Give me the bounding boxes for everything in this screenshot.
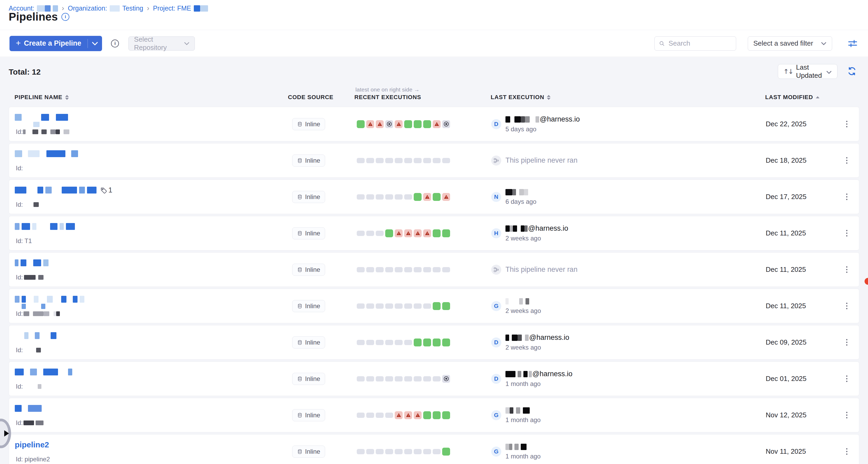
execution-empty-slot[interactable] [395, 449, 403, 454]
execution-empty-slot[interactable] [433, 267, 441, 272]
execution-empty-slot[interactable] [385, 267, 393, 272]
row-menu-button[interactable] [843, 191, 850, 203]
execution-success-icon[interactable] [414, 120, 422, 128]
execution-empty-slot[interactable] [376, 158, 384, 163]
column-header-last-execution[interactable]: LAST EXECUTION [491, 94, 551, 101]
execution-success-icon[interactable] [423, 411, 431, 419]
execution-empty-slot[interactable] [366, 231, 374, 236]
pipeline-row[interactable]: Id: Inline G 1 month ago [9, 398, 859, 432]
execution-empty-slot[interactable] [395, 267, 403, 272]
breadcrumb-project-link[interactable]: Project: FME [153, 4, 191, 12]
saved-filter-dropdown[interactable]: Select a saved filter [748, 36, 832, 51]
pipeline-row[interactable]: Id: T1 Inline H @harness.io 2 weeks ago [9, 216, 859, 250]
pipeline-row[interactable]: pipeline2 Id: pipeline2 Inline G 1 month… [9, 434, 859, 464]
execution-empty-slot[interactable] [376, 194, 384, 199]
execution-failed-icon[interactable] [423, 193, 431, 201]
execution-empty-slot[interactable] [414, 304, 422, 309]
execution-success-icon[interactable] [433, 339, 441, 346]
execution-empty-slot[interactable] [423, 267, 431, 272]
execution-empty-slot[interactable] [366, 304, 374, 309]
execution-failed-icon[interactable] [366, 120, 374, 128]
execution-empty-slot[interactable] [357, 449, 365, 454]
pipeline-row[interactable]: Id: Inline [9, 143, 859, 178]
pipeline-row[interactable]: Id: Inline D @harness.io 5 days ago [9, 107, 859, 141]
execution-empty-slot[interactable] [423, 449, 431, 454]
execution-empty-slot[interactable] [433, 376, 441, 381]
execution-aborted-icon[interactable] [442, 120, 450, 128]
execution-success-icon[interactable] [433, 411, 441, 419]
create-pipeline-caret-button[interactable] [88, 36, 102, 51]
execution-success-icon[interactable] [433, 229, 441, 237]
column-header-last-modified[interactable]: LAST MODIFIED [765, 94, 819, 101]
execution-empty-slot[interactable] [357, 376, 365, 381]
execution-empty-slot[interactable] [395, 194, 403, 199]
execution-empty-slot[interactable] [357, 267, 365, 272]
execution-empty-slot[interactable] [357, 304, 365, 309]
execution-empty-slot[interactable] [404, 304, 412, 309]
execution-success-icon[interactable] [442, 229, 450, 237]
execution-success-icon[interactable] [433, 193, 441, 201]
row-menu-button[interactable] [843, 227, 850, 239]
row-menu-button[interactable] [843, 409, 850, 421]
execution-failed-icon[interactable] [423, 229, 431, 237]
pipeline-row[interactable]: 1 Id: Inline N 6 days ago [9, 180, 859, 214]
execution-success-icon[interactable] [442, 302, 450, 310]
execution-empty-slot[interactable] [357, 231, 365, 236]
execution-empty-slot[interactable] [385, 449, 393, 454]
execution-empty-slot[interactable] [414, 449, 422, 454]
row-menu-button[interactable] [843, 300, 850, 312]
execution-empty-slot[interactable] [404, 340, 412, 345]
execution-empty-slot[interactable] [404, 194, 412, 199]
execution-failed-icon[interactable] [395, 229, 403, 237]
execution-empty-slot[interactable] [366, 340, 374, 345]
execution-empty-slot[interactable] [395, 158, 403, 163]
execution-success-icon[interactable] [433, 302, 441, 310]
execution-empty-slot[interactable] [423, 158, 431, 163]
execution-success-icon[interactable] [414, 339, 422, 346]
execution-empty-slot[interactable] [414, 376, 422, 381]
execution-empty-slot[interactable] [433, 158, 441, 163]
search-input[interactable] [668, 39, 732, 48]
create-info-icon[interactable]: i [111, 39, 119, 48]
execution-empty-slot[interactable] [366, 412, 374, 418]
execution-empty-slot[interactable] [366, 376, 374, 381]
execution-empty-slot[interactable] [357, 340, 365, 345]
execution-empty-slot[interactable] [414, 267, 422, 272]
row-menu-button[interactable] [843, 373, 850, 385]
execution-failed-icon[interactable] [433, 120, 441, 128]
row-menu-button[interactable] [843, 154, 850, 166]
row-menu-button[interactable] [843, 445, 850, 457]
page-info-icon[interactable]: i [61, 13, 69, 21]
execution-empty-slot[interactable] [395, 340, 403, 345]
execution-success-icon[interactable] [385, 229, 393, 237]
filter-settings-button[interactable] [847, 38, 858, 49]
execution-empty-slot[interactable] [442, 267, 450, 272]
execution-empty-slot[interactable] [404, 267, 412, 272]
sort-dropdown[interactable]: ↑↓ Last Updated [778, 64, 837, 79]
pipeline-row[interactable]: Id: Inline [9, 252, 859, 287]
create-pipeline-button[interactable]: + Create a Pipeline [9, 36, 102, 51]
execution-success-icon[interactable] [414, 193, 422, 201]
execution-failed-icon[interactable] [404, 411, 412, 419]
execution-empty-slot[interactable] [366, 158, 374, 163]
pipeline-row[interactable]: Id: Inline D @harness.io 1 month ago [9, 362, 859, 396]
execution-success-icon[interactable] [442, 447, 450, 456]
execution-empty-slot[interactable] [376, 231, 384, 236]
execution-empty-slot[interactable] [376, 304, 384, 309]
breadcrumb-org-testing-link[interactable]: Testing [122, 4, 143, 12]
execution-empty-slot[interactable] [385, 304, 393, 309]
execution-empty-slot[interactable] [385, 158, 393, 163]
execution-failed-icon[interactable] [376, 120, 384, 128]
execution-success-icon[interactable] [404, 120, 412, 128]
execution-success-icon[interactable] [423, 339, 431, 346]
execution-success-icon[interactable] [357, 120, 365, 128]
execution-empty-slot[interactable] [376, 449, 384, 454]
execution-aborted-icon[interactable] [385, 120, 393, 128]
execution-empty-slot[interactable] [366, 194, 374, 199]
execution-empty-slot[interactable] [404, 158, 412, 163]
execution-failed-icon[interactable] [404, 229, 412, 237]
execution-failed-icon[interactable] [414, 411, 422, 419]
execution-empty-slot[interactable] [423, 304, 431, 309]
execution-empty-slot[interactable] [395, 376, 403, 381]
select-repository-dropdown[interactable]: Select Repository [128, 36, 195, 51]
